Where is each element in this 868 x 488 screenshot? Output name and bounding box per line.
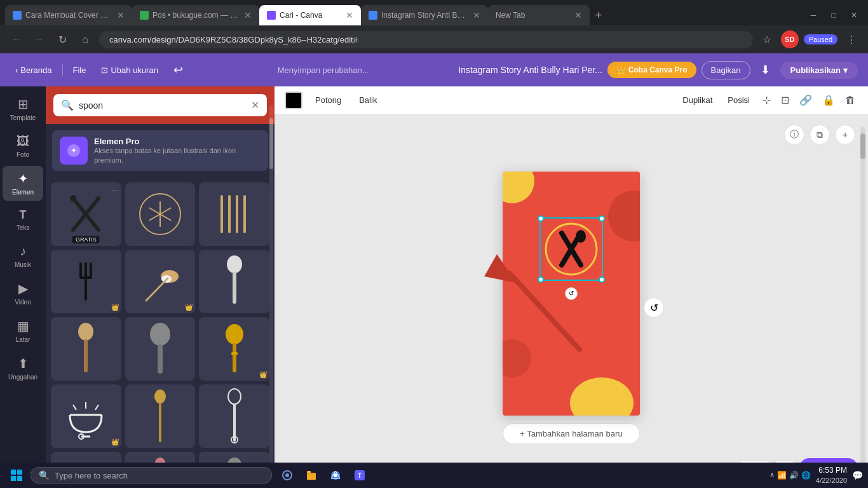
menu-button[interactable]: ⋮ [843, 30, 860, 48]
balik-button[interactable]: Balik [354, 93, 382, 107]
close-button[interactable]: ✕ [845, 6, 863, 24]
vertical-scrollbar[interactable] [860, 127, 865, 475]
start-button[interactable] [5, 464, 28, 487]
sidebar-item-musik[interactable]: ♪ Musik [3, 239, 43, 273]
element-spoon-outline[interactable] [199, 384, 269, 448]
element-bowl[interactable]: 👑 [51, 384, 121, 448]
tab-close-4[interactable]: ✕ [473, 10, 480, 20]
fork-set-svg [209, 189, 260, 240]
sidebar-item-latar[interactable]: ▦ Latar [3, 313, 43, 348]
sidebar-item-teks[interactable]: T Teks [3, 203, 43, 236]
scroll-bar[interactable] [269, 105, 273, 482]
undo-button[interactable]: ↩ [168, 60, 188, 79]
notification-button[interactable]: 💬 [852, 470, 863, 480]
element-gold-spoon[interactable]: 👑 [199, 317, 269, 381]
color-swatch[interactable] [285, 92, 302, 109]
publish-button[interactable]: Publikasikan ▾ [780, 62, 858, 79]
up-arrow-icon[interactable]: ∧ [770, 471, 775, 479]
maximize-button[interactable]: □ [825, 6, 843, 24]
sidebar-item-video[interactable]: ▶ Video [3, 276, 43, 311]
handle-tl[interactable] [538, 215, 544, 222]
forward-button[interactable]: → [31, 30, 48, 48]
tab-close-2[interactable]: ✕ [244, 10, 252, 20]
element-spoon-food[interactable]: 👑 [125, 250, 196, 313]
rotate-handle[interactable]: ↺ [565, 287, 578, 300]
back-to-home[interactable]: ‹ Beranda [10, 63, 57, 78]
element-spoon-silver[interactable] [199, 250, 269, 313]
element-fork-dark[interactable]: 👑 [51, 250, 121, 313]
tab-close-3[interactable]: ✕ [346, 10, 353, 20]
element-circular-fork[interactable] [125, 182, 196, 246]
pro-desc: Akses tanpa batas ke jutaan ilustrasi da… [94, 146, 261, 165]
element-fork-knife[interactable]: GRATIS ··· [51, 182, 121, 246]
paused-badge[interactable]: Paused [804, 34, 837, 44]
lock-icon[interactable]: 🔒 [820, 92, 837, 109]
new-tab-button[interactable]: + [590, 6, 607, 24]
sidebar-item-template[interactable]: ⊞ Template [3, 92, 43, 126]
tab-4[interactable]: Instagram Story Anti Bully Har ✕ [361, 5, 488, 25]
delete-icon[interactable]: 🗑 [843, 92, 858, 109]
chrome-button[interactable] [325, 465, 346, 485]
svg-rect-58 [17, 476, 22, 481]
tab-5[interactable]: New Tab ✕ [488, 5, 590, 25]
window-controls: ─ □ ✕ [804, 6, 863, 24]
more-options-icon[interactable]: ··· [111, 185, 119, 243]
profile-avatar[interactable]: SD [781, 30, 799, 48]
handle-tr[interactable] [599, 215, 605, 222]
minimize-button[interactable]: ─ [804, 6, 822, 24]
network-icon[interactable]: 📶 [777, 471, 787, 480]
handle-br[interactable] [599, 276, 605, 283]
reload-button[interactable]: ↻ [53, 30, 71, 48]
arrange-icon[interactable]: ⊹ [760, 92, 773, 109]
back-button[interactable]: ← [8, 30, 25, 48]
tab-1[interactable]: Cara Membuat Cover Highligh ✕ [5, 5, 132, 25]
share-button[interactable]: Bagikan [702, 61, 750, 79]
address-input[interactable] [99, 31, 753, 48]
tab-close-1[interactable]: ✕ [117, 10, 125, 20]
transparency-icon[interactable]: ⊡ [778, 92, 792, 109]
posisi-button[interactable]: Posisi [722, 93, 755, 107]
element-fork-set[interactable] [199, 182, 269, 246]
add-page-button[interactable]: + [835, 125, 855, 145]
design-page[interactable]: ↺ [503, 172, 640, 416]
sidebar-item-unggahan[interactable]: ⬆ Unggahan [3, 351, 43, 386]
sidebar-label-unggahan: Unggahan [8, 374, 37, 381]
tab-close-5[interactable]: ✕ [574, 10, 582, 20]
resize-button[interactable]: ⊡ Ubah ukuran [96, 63, 163, 78]
add-page-label[interactable]: + Tambahkan halaman baru [503, 423, 640, 444]
svg-point-26 [226, 324, 243, 344]
volume-icon[interactable]: 🔊 [789, 471, 799, 480]
left-sidebar: ⊞ Template 🖼 Foto ✦ Elemen T Teks ♪ Musi… [0, 86, 46, 488]
tab-3[interactable]: Cari - Canva ✕ [259, 5, 361, 25]
search-input[interactable] [79, 100, 246, 111]
selected-element[interactable] [539, 217, 603, 281]
taskbar-datetime[interactable]: 6:53 PM 4/22/2020 [816, 466, 847, 485]
tab-2[interactable]: Pos • bukugue.com — WordPr ✕ [132, 5, 259, 25]
duplikat-button[interactable]: Duplikat [677, 93, 717, 107]
svg-point-37 [228, 389, 241, 404]
file-menu[interactable]: File [68, 63, 92, 78]
home-button[interactable]: ⌂ [76, 30, 94, 48]
canva-pro-button[interactable]: 👑 Coba Canva Pro [607, 62, 696, 78]
element-thin-spoon[interactable] [125, 384, 196, 448]
taskbar-search[interactable]: 🔍 Type here to search [31, 467, 272, 484]
sidebar-item-foto[interactable]: 🖼 Foto [3, 129, 43, 163]
side-rotate-button[interactable]: ↺ [644, 297, 664, 318]
pro-text: Elemen Pro Akses tanpa batas ke jutaan i… [94, 137, 261, 165]
svg-rect-9 [220, 195, 223, 233]
download-button[interactable]: ⬇ [756, 60, 775, 79]
bookmark-button[interactable]: ☆ [758, 30, 776, 48]
file-explorer-button[interactable] [301, 465, 322, 485]
duplicate-page-button[interactable]: ⧉ [810, 125, 830, 145]
potong-button[interactable]: Potong [310, 93, 346, 107]
handle-bl[interactable] [538, 276, 544, 283]
task-view-button[interactable] [277, 465, 297, 485]
element-wooden-spoon[interactable] [51, 317, 121, 381]
pro-banner[interactable]: ✦ Elemen Pro Akses tanpa batas ke jutaan… [52, 130, 268, 171]
link-icon[interactable]: 🔗 [797, 92, 815, 109]
element-grey-spoon[interactable] [125, 317, 196, 381]
page-info-button[interactable]: ⓘ [784, 125, 804, 145]
teams-button[interactable]: T [349, 465, 370, 485]
sidebar-item-elemen[interactable]: ✦ Elemen [3, 166, 43, 201]
search-clear-button[interactable]: ✕ [251, 99, 259, 111]
